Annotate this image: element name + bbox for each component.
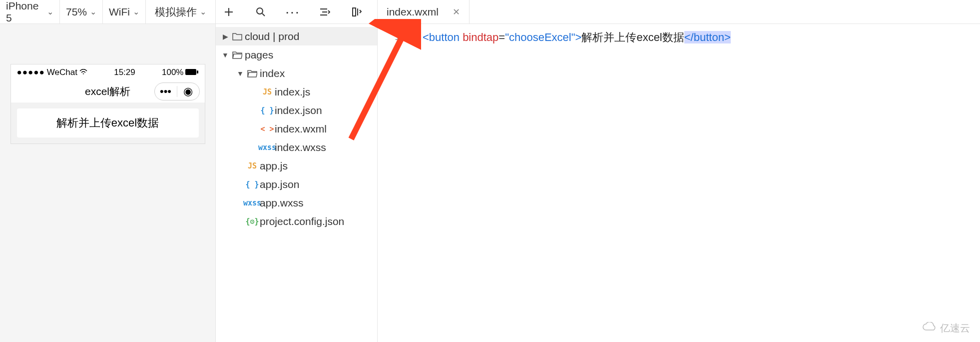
chevron-down-icon: ⌄ (133, 7, 139, 16)
js-file-icon: JS (245, 162, 260, 170)
chevron-down-icon: ⌄ (47, 7, 53, 16)
wifi-icon (79, 68, 87, 78)
nav-bar: excel解析 ••• ◉ (11, 80, 205, 102)
tree-label: cloud | prod (245, 30, 299, 42)
svg-rect-3 (197, 70, 198, 74)
config-file-icon: {⚙} (245, 217, 260, 226)
explorer-toolbar: ··· (216, 0, 378, 24)
status-left: ●●●●● WeChat (17, 68, 87, 78)
capsule-menu-icon[interactable]: ••• (155, 85, 177, 98)
svg-point-0 (257, 8, 263, 14)
battery-label: 100% (162, 68, 183, 78)
device-label: iPhone 5 (6, 0, 44, 24)
status-right: 100% (162, 68, 198, 78)
wxml-file-icon: < > (260, 124, 275, 134)
layout-icon[interactable] (351, 6, 363, 18)
file-tree: ▶ cloud | prod ▼ pages ▼ index JS index.… (216, 24, 378, 342)
tree-label: project.config.json (260, 216, 344, 228)
line-number: 1 (395, 30, 401, 43)
tree-label: index (260, 68, 285, 80)
capsule-close-icon[interactable]: ◉ (177, 85, 199, 98)
upload-excel-button[interactable]: 解析并上传excel数据 (17, 108, 199, 138)
tree-file-index-json[interactable]: { } index.json (216, 101, 377, 120)
svg-rect-1 (353, 8, 356, 16)
json-file-icon: { } (260, 106, 275, 115)
tree-file-app-js[interactable]: JS app.js (216, 156, 377, 175)
network-select[interactable]: WiFi ⌄ (103, 0, 146, 24)
phone-frame: ●●●●● WeChat 15:29 100% excel解析 ••• ◉ (10, 64, 205, 144)
tree-label: app.json (260, 178, 299, 190)
tree-label: app.wxss (260, 197, 304, 209)
button-label: 解析并上传excel数据 (56, 116, 159, 129)
json-file-icon: { } (245, 180, 260, 189)
wxss-file-icon: wxss (260, 143, 275, 152)
wxss-file-icon: wxss (245, 198, 260, 208)
tree-file-index-js[interactable]: JS index.js (216, 82, 377, 101)
cloud-icon (922, 322, 937, 334)
watermark: 亿速云 (922, 322, 970, 335)
tab-bar: index.wxml ✕ (378, 0, 470, 24)
simulator-pane: ●●●●● WeChat 15:29 100% excel解析 ••• ◉ (0, 24, 216, 342)
zoom-label: 75% (66, 6, 87, 18)
watermark-text: 亿速云 (940, 322, 970, 335)
code-editor[interactable]: 1 <button bindtap="chooseExcel">解析并上传exc… (378, 24, 980, 342)
folder-icon (230, 32, 245, 40)
tree-file-app-wxss[interactable]: wxss app.wxss (216, 194, 377, 212)
battery-icon (185, 68, 198, 78)
simulator-controls: iPhone 5 ⌄ 75% ⌄ WiFi ⌄ 模拟操作 ⌄ (0, 0, 216, 24)
folder-open-icon (230, 51, 245, 59)
capsule: ••• ◉ (154, 82, 200, 100)
tree-folder-index[interactable]: ▼ index (216, 64, 377, 82)
close-icon[interactable]: ✕ (453, 6, 460, 18)
page-title: excel解析 (85, 84, 130, 98)
phone-body: 解析并上传excel数据 (11, 102, 205, 144)
tree-label: app.js (260, 160, 288, 172)
tree-file-index-wxml[interactable]: < > index.wxml (216, 120, 377, 138)
status-bar: ●●●●● WeChat 15:29 100% (11, 64, 205, 80)
tree-file-app-json[interactable]: { } app.json (216, 175, 377, 194)
more-icon[interactable]: ··· (287, 6, 299, 18)
device-select[interactable]: iPhone 5 ⌄ (0, 0, 60, 24)
folder-open-icon (245, 70, 260, 78)
caret-down-icon: ▼ (236, 70, 245, 78)
tree-label: pages (245, 49, 273, 61)
network-label: WiFi (109, 6, 130, 18)
caret-right-icon: ▶ (221, 32, 230, 40)
search-icon[interactable] (255, 6, 267, 18)
chevron-down-icon: ⌄ (200, 7, 206, 16)
svg-rect-2 (185, 69, 196, 75)
signal-icon: ●●●●● (17, 68, 45, 78)
tree-folder-cloud[interactable]: ▶ cloud | prod (216, 27, 377, 46)
time-label: 15:29 (114, 68, 135, 78)
tree-label: index.wxml (275, 123, 327, 135)
zoom-select[interactable]: 75% ⌄ (60, 0, 103, 24)
code-line-1: <button bindtap="chooseExcel">解析并上传excel… (423, 30, 731, 45)
indent-icon[interactable] (319, 6, 331, 18)
chevron-down-icon: ⌄ (90, 7, 96, 16)
js-file-icon: JS (260, 88, 275, 96)
tab-label: index.wxml (387, 6, 439, 18)
carrier-label: WeChat (47, 68, 77, 78)
tree-file-index-wxss[interactable]: wxss index.wxss (216, 138, 377, 156)
main: ●●●●● WeChat 15:29 100% excel解析 ••• ◉ (0, 24, 980, 342)
simulate-label: 模拟操作 (155, 5, 197, 19)
tree-label: index.json (275, 104, 322, 116)
top-bar: iPhone 5 ⌄ 75% ⌄ WiFi ⌄ 模拟操作 ⌄ ··· index… (0, 0, 980, 24)
add-icon[interactable] (223, 6, 235, 18)
tree-file-project-config[interactable]: {⚙} project.config.json (216, 212, 377, 230)
tab-index-wxml[interactable]: index.wxml ✕ (378, 0, 470, 24)
tree-label: index.js (275, 86, 310, 98)
caret-down-icon: ▼ (221, 51, 230, 59)
tree-label: index.wxss (275, 142, 326, 154)
simulate-select[interactable]: 模拟操作 ⌄ (146, 0, 216, 24)
tree-folder-pages[interactable]: ▼ pages (216, 46, 377, 64)
